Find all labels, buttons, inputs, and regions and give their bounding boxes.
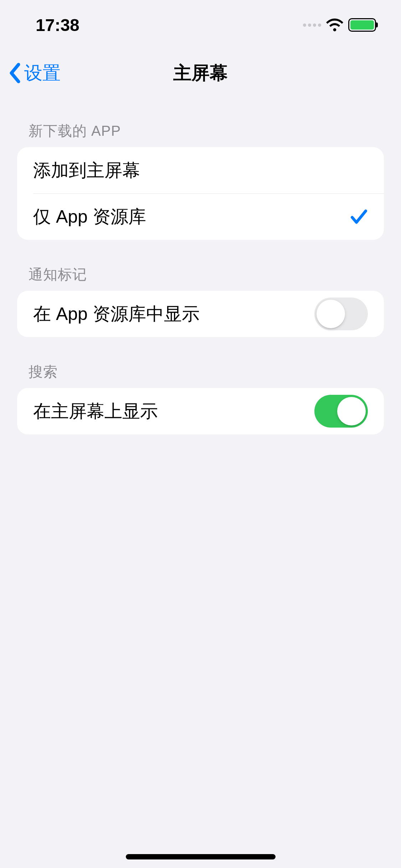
home-indicator[interactable] — [126, 854, 276, 859]
navigation-bar: 设置 主屏幕 — [0, 50, 401, 96]
section-header-search: 搜索 — [17, 337, 384, 388]
row-show-on-home: 在主屏幕上显示 — [17, 388, 384, 434]
toggle-show-on-home[interactable] — [314, 395, 368, 428]
section-header-badges: 通知标记 — [17, 240, 384, 291]
group-badges: 在 App 资源库中显示 — [17, 291, 384, 337]
status-bar: 17:38 — [0, 0, 401, 50]
chevron-left-icon — [9, 62, 21, 84]
row-show-in-app-library: 在 App 资源库中显示 — [17, 291, 384, 337]
status-indicators — [303, 18, 376, 32]
option-label: 添加到主屏幕 — [33, 159, 140, 182]
page-title: 主屏幕 — [173, 61, 228, 86]
cellular-dots-icon — [303, 24, 321, 27]
back-label: 设置 — [24, 61, 61, 86]
group-search: 在主屏幕上显示 — [17, 388, 384, 434]
toggle-label: 在 App 资源库中显示 — [33, 302, 200, 326]
section-header-new-apps: 新下载的 APP — [17, 96, 384, 147]
status-time: 17:38 — [36, 15, 79, 35]
back-button[interactable]: 设置 — [9, 61, 61, 86]
checkmark-icon — [350, 208, 368, 225]
toggle-show-in-app-library[interactable] — [314, 298, 368, 330]
option-app-library-only[interactable]: 仅 App 资源库 — [17, 193, 384, 240]
battery-icon — [348, 18, 376, 32]
group-new-apps: 添加到主屏幕 仅 App 资源库 — [17, 147, 384, 240]
option-add-to-home[interactable]: 添加到主屏幕 — [17, 147, 384, 193]
option-label: 仅 App 资源库 — [33, 205, 146, 229]
wifi-icon — [326, 19, 343, 31]
toggle-label: 在主屏幕上显示 — [33, 399, 158, 423]
